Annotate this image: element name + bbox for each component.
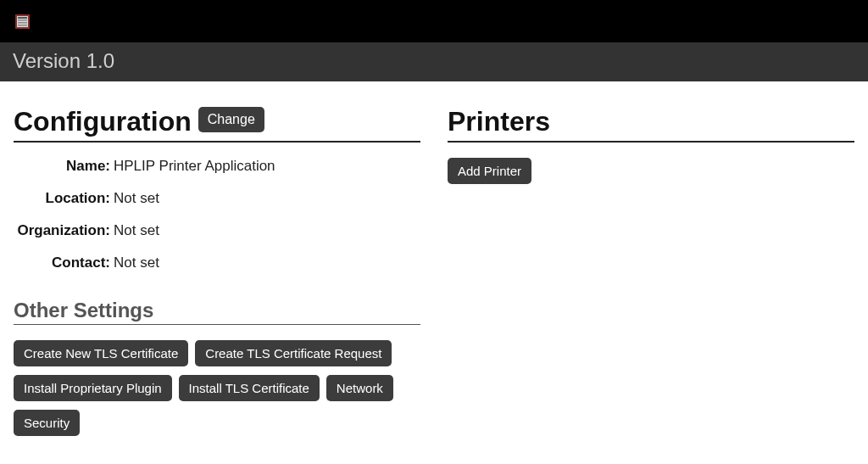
field-name-value: HPLIP Printer Application — [110, 158, 275, 175]
top-bar — [0, 0, 868, 42]
field-location: Location: Not set — [14, 190, 420, 207]
field-location-value: Not set — [110, 190, 159, 207]
create-tls-certificate-button[interactable]: Create New TLS Certificate — [14, 340, 188, 366]
svg-rect-5 — [18, 25, 27, 26]
printers-title: Printers — [448, 105, 550, 137]
create-tls-certificate-request-button[interactable]: Create TLS Certificate Request — [195, 340, 392, 366]
field-organization-value: Not set — [110, 222, 159, 239]
svg-rect-2 — [18, 17, 27, 19]
add-printer-button[interactable]: Add Printer — [448, 158, 531, 184]
version-bar: Version 1.0 — [0, 42, 868, 81]
svg-rect-3 — [18, 20, 27, 21]
field-contact-value: Not set — [110, 254, 159, 271]
svg-rect-4 — [18, 22, 27, 24]
security-button[interactable]: Security — [14, 410, 80, 436]
column-printers: Printers Add Printer — [434, 81, 868, 436]
network-button[interactable]: Network — [326, 375, 393, 401]
field-organization-label: Organization: — [14, 222, 110, 239]
field-organization: Organization: Not set — [14, 222, 420, 239]
field-location-label: Location: — [14, 190, 110, 207]
printers-heading: Printers — [448, 105, 854, 143]
column-configuration: Configuration Change Name: HPLIP Printer… — [0, 81, 434, 436]
configuration-heading: Configuration Change — [14, 105, 420, 143]
main-content: Configuration Change Name: HPLIP Printer… — [0, 81, 868, 436]
configuration-title: Configuration — [14, 105, 192, 137]
other-settings-heading: Other Settings — [14, 299, 420, 325]
version-text: Version 1.0 — [13, 49, 114, 72]
field-contact-label: Contact: — [14, 254, 110, 271]
install-tls-certificate-button[interactable]: Install TLS Certificate — [179, 375, 320, 401]
install-proprietary-plugin-button[interactable]: Install Proprietary Plugin — [14, 375, 172, 401]
field-contact: Contact: Not set — [14, 254, 420, 271]
other-settings-buttons: Create New TLS Certificate Create TLS Ce… — [14, 340, 420, 436]
field-name-label: Name: — [14, 158, 110, 175]
printer-app-icon[interactable] — [15, 14, 30, 29]
field-name: Name: HPLIP Printer Application — [14, 158, 420, 175]
change-button[interactable]: Change — [198, 107, 264, 132]
